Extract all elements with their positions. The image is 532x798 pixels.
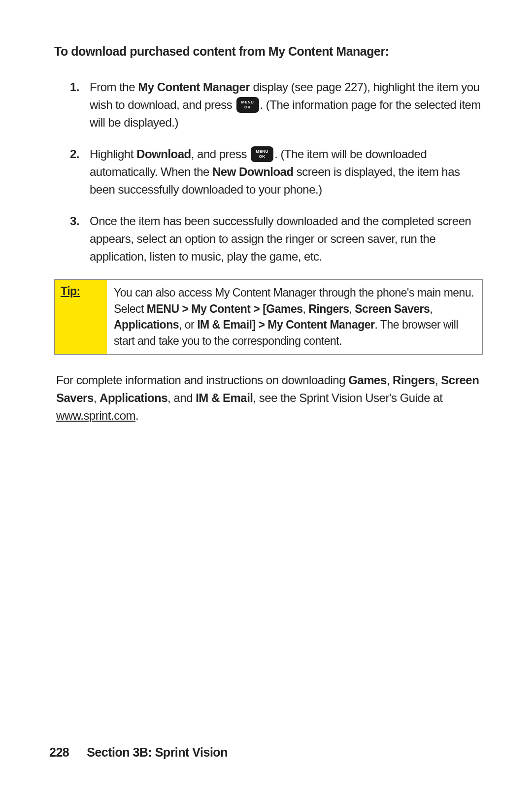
step1-bold-mycontentmanager: My Content Manager [138, 80, 250, 94]
closing-part-9: , and [167, 391, 196, 404]
step-3: Once the item has been successfully down… [90, 212, 483, 266]
tip-part-7: , [430, 302, 432, 315]
step3-text: Once the item has been successfully down… [90, 214, 471, 263]
tip-bold-imemail: IM & Email] > My Content Manager [197, 318, 374, 331]
step2-part-c: , and press [191, 147, 250, 161]
closing-part-7: , [94, 391, 100, 404]
tip-content: You can also access My Content Manager t… [107, 280, 482, 354]
closing-paragraph: For complete information and instruction… [54, 371, 483, 425]
tip-part-5: , [349, 302, 355, 315]
step2-bold-newdownload: New Download [212, 165, 294, 178]
step2-part-a: Highlight [90, 147, 136, 161]
document-page: To download purchased content from My Co… [0, 0, 532, 798]
closing-part-5: , [435, 373, 441, 387]
tip-bold-menu: MENU > My Content > [Games [147, 302, 303, 315]
closing-bold-imemail: IM & Email [196, 391, 253, 404]
step2-bold-download: Download [136, 147, 191, 161]
closing-part-3: , [387, 373, 393, 387]
section-title: Section 3B: Sprint Vision [87, 745, 228, 759]
tip-bold-screensavers: Screen Savers [355, 302, 430, 315]
step-2: Highlight Download, and press . (The ite… [90, 145, 483, 199]
page-footer: 228Section 3B: Sprint Vision [49, 745, 228, 760]
menu-ok-icon [251, 146, 273, 162]
tip-label: Tip: [55, 280, 107, 354]
closing-bold-ringers: Ringers [393, 373, 435, 387]
closing-part-1: For complete information and instruction… [56, 373, 348, 387]
closing-part-13: . [135, 409, 138, 422]
tip-box: Tip: You can also access My Content Mana… [54, 279, 483, 355]
step-1: From the My Content Manager display (see… [90, 78, 483, 132]
closing-bold-applications: Applications [100, 391, 167, 404]
tip-bold-ringers: Ringers [308, 302, 349, 315]
menu-ok-icon [236, 97, 259, 113]
tip-part-3: , [303, 302, 309, 315]
page-number: 228 [49, 745, 69, 759]
closing-bold-games: Games [348, 373, 387, 387]
closing-link-sprint[interactable]: www.sprint.com [56, 409, 135, 422]
section-heading: To download purchased content from My Co… [54, 44, 483, 59]
step-list: From the My Content Manager display (see… [54, 78, 483, 266]
tip-bold-applications: Applications [114, 318, 179, 331]
closing-part-11: , see the Sprint Vision User's Guide at [253, 391, 443, 404]
tip-part-9: , or [179, 318, 197, 331]
step1-part-a: From the [90, 80, 138, 94]
